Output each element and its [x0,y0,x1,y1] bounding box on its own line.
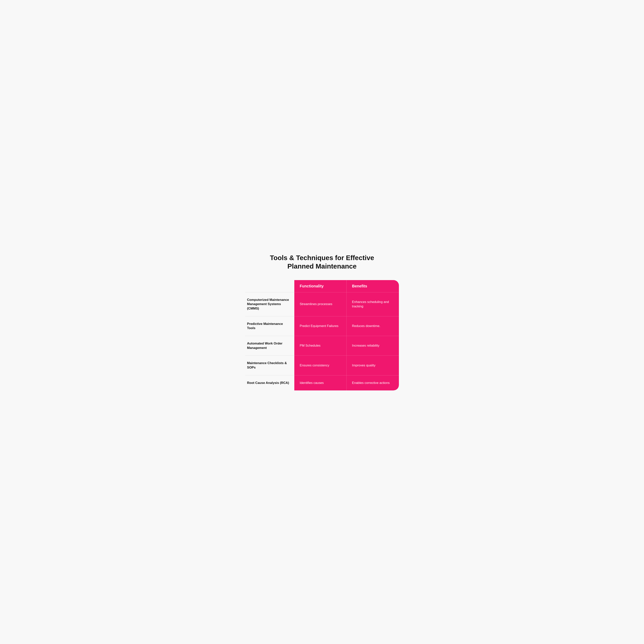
tool-name-1: Predictive Maintenance Tools [245,316,294,336]
functionality-0: Streamlines processes [294,292,347,316]
page-container: Tools & Techniques for Effective Planned… [245,254,399,391]
benefits-1: Reduces downtime. [347,316,399,336]
header-benefits: Benefits [347,280,399,292]
functionality-2: PM Schedules [294,336,347,355]
tool-name-4: Root Cause Analysis (RCA) [245,375,294,391]
functionality-4: Identifies causes [294,375,347,391]
benefits-0: Enhances scheduling and tracking [347,292,399,316]
page-title: Tools & Techniques for Effective Planned… [245,254,399,270]
functionality-3: Ensures consistency [294,355,347,375]
tool-name-2: Automated Work Order Management [245,336,294,355]
main-table: Functionality Benefits Computerized Main… [245,280,399,391]
benefits-3: Improves quality [347,355,399,375]
tool-name-3: Maintenance Checklists & SOPs [245,355,294,375]
tool-name-0: Computerized Maintenance Management Syst… [245,292,294,316]
header-empty-cell [245,280,294,292]
table-grid: Functionality Benefits Computerized Main… [245,280,399,391]
functionality-1: Predict Equipment Failures [294,316,347,336]
benefits-4: Enables corrective actions [347,375,399,391]
benefits-2: Increases reliability [347,336,399,355]
header-functionality: Functionality [294,280,347,292]
